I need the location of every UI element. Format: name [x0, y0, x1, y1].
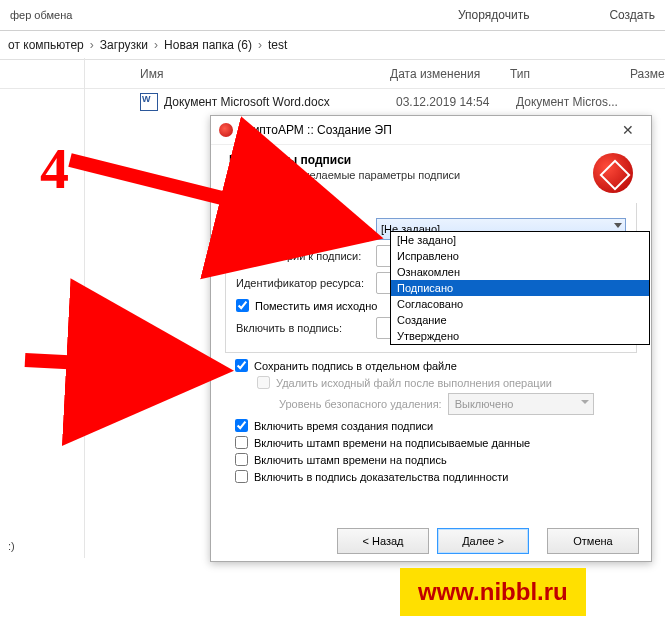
breadcrumb-part[interactable]: Новая папка (6) [164, 38, 252, 52]
chevron-down-icon [581, 400, 589, 404]
option-approved[interactable]: Утверждено [391, 328, 649, 344]
breadcrumb-part[interactable]: test [268, 38, 287, 52]
chevron-right-icon: › [90, 38, 94, 52]
chevron-right-icon: › [258, 38, 262, 52]
titlebar: КриптоАРМ :: Создание ЭП ✕ [211, 116, 651, 145]
comment-label: Комментарий к подписи: [236, 250, 376, 262]
col-date[interactable]: Дата изменения [390, 67, 510, 81]
option-fixed[interactable]: Исправлено [391, 248, 649, 264]
file-row[interactable]: Документ Microsoft Word.docx 03.12.2019 … [0, 89, 665, 115]
page-heading: Параметры подписи [229, 153, 593, 167]
col-name[interactable]: Имя [140, 67, 390, 81]
signature-properties-group: Свойства подписи Использование подписи: … [225, 203, 637, 353]
save-separate-file-checkbox[interactable] [235, 359, 248, 372]
delete-source-checkbox [257, 376, 270, 389]
watermark: www.nibbl.ru [400, 568, 586, 616]
use-signature-label: Использование подписи: [236, 223, 376, 235]
option-reviewed[interactable]: Ознакомлен [391, 264, 649, 280]
delete-level-combo: Выключено [448, 393, 594, 415]
include-label: Включить в подпись: [236, 322, 376, 334]
sidebar-fragment: :) [8, 540, 15, 552]
wizard-button-bar: < Назад Далее > Отмена [211, 521, 651, 561]
annotation-number-4: 4 [40, 135, 69, 202]
cancel-button[interactable]: Отмена [547, 528, 639, 554]
toolbar-fragment-left: фер обмена [10, 9, 72, 21]
app-icon [219, 123, 233, 137]
option-not-set[interactable]: [Не задано] [391, 232, 649, 248]
timestamp-data-label: Включить штамп времени на подписываемые … [254, 437, 530, 449]
col-size[interactable]: Разме [630, 67, 665, 81]
toolbar-fragment-right: Создать [609, 8, 655, 22]
brand-emblem-icon [593, 153, 633, 193]
include-creation-time-checkbox[interactable] [235, 419, 248, 432]
word-file-icon [140, 93, 158, 111]
authenticity-proof-label: Включить в подпись доказательства подлин… [254, 471, 508, 483]
resource-id-label: Идентификатор ресурса: [236, 277, 376, 289]
option-signed[interactable]: Подписано [391, 280, 649, 296]
column-headers: Имя Дата изменения Тип Разме [0, 60, 665, 89]
place-source-name-checkbox[interactable] [236, 299, 249, 312]
toolbar-fragment-mid: Упорядочить [458, 8, 529, 22]
sidebar-placeholder [0, 58, 85, 558]
next-button[interactable]: Далее > [437, 528, 529, 554]
chevron-right-icon: › [154, 38, 158, 52]
delete-source-label: Удалить исходный файл после выполнения о… [276, 377, 552, 389]
timestamp-data-checkbox[interactable] [235, 436, 248, 449]
breadcrumb[interactable]: от компьютер› Загрузки› Новая папка (6)›… [0, 31, 665, 60]
timestamp-signature-label: Включить штамп времени на подпись [254, 454, 447, 466]
timestamp-signature-checkbox[interactable] [235, 453, 248, 466]
chevron-down-icon [614, 223, 622, 228]
close-button[interactable]: ✕ [613, 122, 643, 138]
place-source-name-label: Поместить имя исходно [255, 300, 377, 312]
breadcrumb-part[interactable]: от компьютер [8, 38, 84, 52]
authenticity-proof-checkbox[interactable] [235, 470, 248, 483]
option-creation[interactable]: Создание [391, 312, 649, 328]
page-subheading: Установите желаемые параметры подписи [229, 169, 593, 181]
delete-level-value: Выключено [455, 398, 514, 410]
signature-params-dialog: КриптоАРМ :: Создание ЭП ✕ Параметры под… [210, 115, 652, 562]
breadcrumb-part[interactable]: Загрузки [100, 38, 148, 52]
delete-level-label: Уровень безопасного удаления: [279, 398, 442, 410]
include-creation-time-label: Включить время создания подписи [254, 420, 433, 432]
col-type[interactable]: Тип [510, 67, 630, 81]
file-name: Документ Microsoft Word.docx [164, 95, 396, 109]
use-signature-dropdown[interactable]: [Не задано] Исправлено Ознакомлен Подпис… [390, 231, 650, 345]
dialog-title: КриптоАРМ :: Создание ЭП [239, 123, 613, 137]
file-type: Документ Micros... [516, 95, 636, 109]
option-agreed[interactable]: Согласовано [391, 296, 649, 312]
save-separate-file-label: Сохранить подпись в отдельном файле [254, 360, 457, 372]
back-button[interactable]: < Назад [337, 528, 429, 554]
group-legend: Свойства подписи [234, 195, 335, 207]
file-date: 03.12.2019 14:54 [396, 95, 516, 109]
